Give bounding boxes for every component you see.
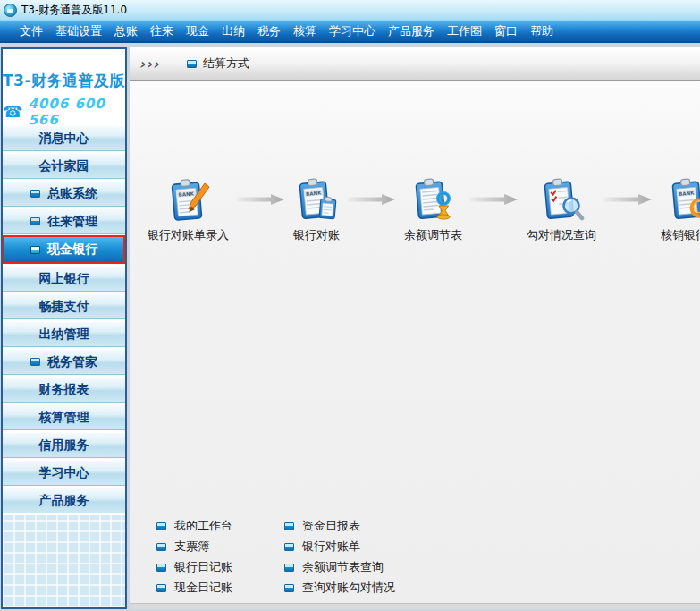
link-label: 银行日记账 [174, 559, 232, 575]
sidebar-item-label: 总账系统 [47, 186, 97, 202]
menu-item-learning-center[interactable]: 学习中心 [323, 23, 382, 39]
menu-item-window[interactable]: 窗口 [488, 23, 524, 39]
tab-strip: ››› 结算方式 [130, 47, 700, 81]
sidebar-item-chanjie-payment[interactable]: 畅捷支付 [3, 293, 125, 319]
blue-square-bullet-icon [156, 564, 166, 572]
menu-item-accounting[interactable]: 核算 [287, 23, 323, 39]
list-square-icon [30, 358, 40, 366]
sidebar-item-label: 消息中心 [38, 131, 89, 147]
sidebar-item-label: 畅捷支付 [38, 299, 89, 315]
menu-item-tax[interactable]: 税务 [251, 23, 287, 39]
list-square-icon [30, 217, 40, 225]
flow-step-bank-reconciliation[interactable]: BANK 银行对账 [293, 176, 340, 243]
flow-step-check-status-query[interactable]: 勾对情况查询 [527, 176, 596, 243]
flow-step-label: 余额调节表 [404, 227, 462, 243]
link-label: 支票簿 [174, 539, 209, 555]
sidebar-item-message-center[interactable]: 消息中心 [3, 125, 125, 151]
sidebar-item-cashier-management[interactable]: 出纳管理 [3, 321, 125, 347]
check-status-query-icon [538, 176, 585, 223]
link-checkbook[interactable]: 支票簿 [156, 539, 232, 555]
blue-square-bullet-icon [284, 584, 294, 592]
quick-links-column-2: 资金日报表 银行对账单 余额调节表查询 查询对账勾对情况 [284, 518, 395, 596]
blue-square-bullet-icon [187, 60, 197, 68]
sidebar-item-online-banking[interactable]: 网上银行 [3, 266, 125, 292]
sidebar-item-contacts-management[interactable]: 往来管理 [3, 208, 125, 234]
sidebar-item-label: 网上银行 [38, 271, 89, 287]
link-reconciliation-check-query[interactable]: 查询对账勾对情况 [284, 580, 395, 596]
sidebar-item-learning-center[interactable]: 学习中心 [3, 460, 125, 486]
blue-square-bullet-icon [284, 543, 294, 551]
blue-square-bullet-icon [156, 522, 166, 530]
flow-step-bank-statement-entry[interactable]: BANK 银行对账单录入 [148, 176, 229, 243]
sidebar-item-accounting-home[interactable]: 会计家园 [3, 153, 125, 179]
main-panel: ››› 结算方式 [130, 47, 700, 609]
sidebar-item-accounting-management[interactable]: 核算管理 [3, 404, 125, 430]
sidebar-brand-panel: T3-财务通普及版 ☎ 4006 600 566 [3, 49, 125, 123]
link-label: 查询对账勾对情况 [302, 580, 395, 596]
blue-square-bullet-icon [156, 584, 166, 592]
link-label: 我的工作台 [174, 518, 232, 534]
bottom-edge-strip [130, 603, 700, 609]
link-label: 余额调节表查询 [302, 559, 384, 575]
link-bank-statement[interactable]: 银行对账单 [284, 539, 395, 555]
sidebar-item-label: 信用服务 [38, 437, 89, 454]
workflow-diagram: BANK 银行对账单录入 [130, 176, 700, 243]
menu-item-product-services[interactable]: 产品服务 [382, 23, 441, 39]
sidebar-item-label: 会计家园 [38, 158, 89, 174]
sidebar-item-cash-bank[interactable]: 现金银行 [3, 235, 125, 264]
list-square-icon [30, 246, 40, 254]
link-label: 现金日记账 [174, 580, 232, 596]
sidebar-item-label: 学习中心 [38, 465, 89, 481]
app-logo-icon [4, 4, 17, 17]
sidebar-item-credit-services[interactable]: 信用服务 [3, 432, 125, 458]
flow-step-bank-write-off[interactable]: BANK 核销银行账 [661, 176, 700, 243]
flow-step-label: 核销银行账 [661, 227, 700, 243]
menu-item-basic-settings[interactable]: 基础设置 [49, 23, 108, 39]
blue-square-bullet-icon [156, 543, 166, 551]
blue-square-bullet-icon [284, 522, 294, 530]
sidebar-item-label: 税务管家 [47, 354, 97, 370]
title-bar: T3-财务通普及版11.0 [0, 0, 700, 20]
menu-item-work-circle[interactable]: 工作圈 [441, 23, 488, 39]
menu-item-file[interactable]: 文件 [13, 23, 49, 39]
link-fund-daily-report[interactable]: 资金日报表 [284, 518, 395, 534]
sidebar-nav: 消息中心 会计家园 总账系统 往来管理 现金银行 网上 [3, 123, 125, 513]
sidebar-item-label: 财务报表 [38, 382, 89, 398]
brand-title: T3-财务通普及版 [3, 71, 125, 91]
quick-links-column-1: 我的工作台 支票簿 银行日记账 现金日记账 [156, 518, 232, 596]
sidebar-item-financial-reports[interactable]: 财务报表 [3, 377, 125, 403]
menu-bar: 文件 基础设置 总账 往来 现金 出纳 税务 核算 学习中心 产品服务 工作圈 … [0, 20, 700, 43]
sidebar-item-tax-manager[interactable]: 税务管家 [3, 349, 125, 375]
chevrons-collapse-icon[interactable]: ››› [130, 55, 169, 72]
window-title: T3-财务通普及版11.0 [21, 3, 127, 18]
list-square-icon [30, 190, 40, 198]
right-arrow-icon [604, 176, 653, 223]
menu-item-help[interactable]: 帮助 [524, 23, 560, 39]
sidebar: T3-财务通普及版 ☎ 4006 600 566 消息中心 会计家园 总账系统 [1, 47, 127, 609]
content-area: BANK 银行对账单录入 [130, 81, 700, 609]
link-label: 银行对账单 [302, 539, 360, 555]
right-arrow-icon [470, 176, 519, 223]
phone-icon: ☎ [3, 104, 22, 120]
bank-statement-entry-icon: BANK [164, 176, 211, 223]
balance-adjustment-icon [409, 176, 456, 223]
link-my-workbench[interactable]: 我的工作台 [156, 518, 232, 534]
menu-item-cash[interactable]: 现金 [180, 23, 215, 39]
menu-item-contacts[interactable]: 往来 [144, 23, 180, 39]
right-arrow-icon [237, 176, 285, 223]
link-balance-adjustment-query[interactable]: 余额调节表查询 [284, 559, 395, 575]
flow-step-label: 勾对情况查询 [527, 227, 596, 243]
sidebar-grid-pattern [3, 515, 125, 607]
tab-settlement-method[interactable]: 结算方式 [187, 55, 249, 72]
sidebar-item-label: 核算管理 [38, 410, 89, 426]
sidebar-item-general-ledger[interactable]: 总账系统 [3, 181, 125, 207]
link-bank-journal[interactable]: 银行日记账 [156, 559, 232, 575]
flow-step-balance-adjustment-table[interactable]: 余额调节表 [404, 176, 462, 243]
menu-item-general-ledger[interactable]: 总账 [108, 23, 144, 39]
flow-step-label: 银行对账 [293, 227, 340, 243]
menu-item-cashier[interactable]: 出纳 [215, 23, 251, 39]
sidebar-item-label: 出纳管理 [38, 327, 89, 343]
tab-label: 结算方式 [203, 55, 249, 72]
sidebar-item-product-services[interactable]: 产品服务 [3, 488, 125, 513]
link-cash-journal[interactable]: 现金日记账 [156, 580, 232, 596]
